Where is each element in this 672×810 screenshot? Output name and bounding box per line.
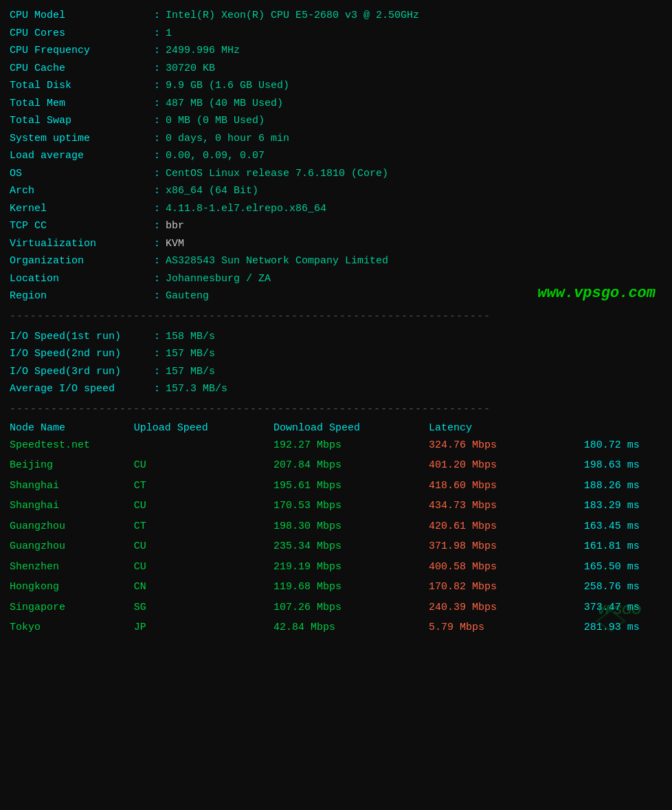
node-name: Tokyo <box>10 617 134 638</box>
download-speed: 418.60 Mbps <box>429 476 584 496</box>
tcp-row: TCP CC : bbr <box>10 217 662 235</box>
io-avg-value: 157.3 MB/s <box>166 380 227 398</box>
upload-speed: 107.26 Mbps <box>273 598 429 618</box>
os-value: CentOS Linux release 7.6.1810 (Core) <box>166 165 388 183</box>
io-run2-label: I/O Speed(2nd run) <box>10 345 154 363</box>
io-avg-label: Average I/O speed <box>10 380 154 398</box>
node-tag: CU <box>134 557 273 578</box>
latency: 161.81 ms <box>584 536 662 557</box>
divider-2: ----------------------------------------… <box>10 404 662 415</box>
cpu-cores-row: CPU Cores : 1 <box>10 25 662 43</box>
node-tag: CT <box>134 476 273 496</box>
load-label: Load average <box>10 147 154 165</box>
cpu-cache-label: CPU Cache <box>10 60 154 78</box>
node-tag: JP <box>134 617 273 638</box>
tcp-label: TCP CC <box>10 217 154 235</box>
total-mem-row: Total Mem : 487 MB (40 MB Used) <box>10 95 662 113</box>
org-value: AS328543 Sun Network Company Limited <box>166 252 388 270</box>
io-section: I/O Speed(1st run) : 158 MB/s I/O Speed(… <box>10 328 662 398</box>
node-name: Beijing <box>10 455 134 476</box>
latency: 183.29 ms <box>584 496 662 516</box>
node-tag: SG <box>134 598 273 618</box>
cpu-model-value: Intel(R) Xeon(R) CPU E5-2680 v3 @ 2.50GH… <box>166 7 419 25</box>
table-row: BeijingCU207.84 Mbps401.20 Mbps198.63 ms <box>10 455 662 476</box>
table-row: TokyoJP42.84 Mbps5.79 Mbps281.93 ms <box>10 617 662 638</box>
tcp-value: bbr <box>166 217 184 235</box>
node-name: Guangzhou <box>10 516 134 537</box>
network-table-header: Node Name Upload Speed Download Speed La… <box>10 421 662 435</box>
cpu-cache-value: 30720 KB <box>166 60 215 78</box>
node-name: Shenzhen <box>10 557 134 578</box>
col-download-speed: Download Speed <box>273 421 429 435</box>
arch-label: Arch <box>10 182 154 200</box>
node-tag: CT <box>134 516 273 537</box>
node-tag: CU <box>134 536 273 557</box>
col-latency: Latency <box>429 421 584 435</box>
cpu-model-label: CPU Model <box>10 7 154 25</box>
virt-label: Virtualization <box>10 235 154 253</box>
watermark2: VPSGO <box>594 593 656 638</box>
col-node-name: Node Name <box>10 421 134 435</box>
node-name: Speedtest.net <box>10 435 134 456</box>
total-disk-value: 9.9 GB (1.6 GB Used) <box>166 77 289 95</box>
download-speed: 240.39 Mbps <box>429 598 584 618</box>
table-row: Speedtest.net192.27 Mbps324.76 Mbps180.7… <box>10 435 662 456</box>
table-row: GuangzhouCU235.34 Mbps371.98 Mbps161.81 … <box>10 536 662 557</box>
io-run3-value: 157 MB/s <box>166 363 215 381</box>
cpu-freq-row: CPU Frequency : 2499.996 MHz <box>10 42 662 60</box>
region-row: Region : Gauteng www.vpsgo.com <box>10 287 662 305</box>
cpu-cores-value: 1 <box>166 25 172 43</box>
latency: 198.63 ms <box>584 455 662 476</box>
upload-speed: 219.19 Mbps <box>273 557 429 578</box>
download-speed: 371.98 Mbps <box>429 536 584 557</box>
table-row: ShanghaiCT195.61 Mbps418.60 Mbps188.26 m… <box>10 476 662 496</box>
arch-value: x86_64 (64 Bit) <box>166 182 258 200</box>
download-speed: 5.79 Mbps <box>429 617 584 638</box>
cpu-model-row: CPU Model : Intel(R) Xeon(R) CPU E5-2680… <box>10 7 662 25</box>
node-tag: CU <box>134 496 273 516</box>
network-section: Node Name Upload Speed Download Speed La… <box>10 421 662 638</box>
upload-speed: 207.84 Mbps <box>273 455 429 476</box>
table-row: ShanghaiCU170.53 Mbps434.73 Mbps183.29 m… <box>10 496 662 516</box>
virt-value: KVM <box>166 235 184 253</box>
cpu-cores-label: CPU Cores <box>10 25 154 43</box>
total-swap-row: Total Swap : 0 MB (0 MB Used) <box>10 112 662 130</box>
total-disk-label: Total Disk <box>10 77 154 95</box>
load-value: 0.00, 0.09, 0.07 <box>166 147 265 165</box>
upload-speed: 170.53 Mbps <box>273 496 429 516</box>
download-speed: 400.58 Mbps <box>429 557 584 578</box>
org-label: Organization <box>10 252 154 270</box>
location-label: Location <box>10 270 154 288</box>
latency: 165.50 ms <box>584 557 662 578</box>
total-mem-value: 487 MB (40 MB Used) <box>166 95 283 113</box>
total-swap-value: 0 MB (0 MB Used) <box>166 112 265 130</box>
uptime-value: 0 days, 0 hour 6 min <box>166 130 289 148</box>
io-run3-label: I/O Speed(3rd run) <box>10 363 154 381</box>
uptime-row: System uptime : 0 days, 0 hour 6 min <box>10 130 662 148</box>
cpu-cache-row: CPU Cache : 30720 KB <box>10 60 662 78</box>
arch-row: Arch : x86_64 (64 Bit) <box>10 182 662 200</box>
node-name: Shanghai <box>10 476 134 496</box>
divider-1: ----------------------------------------… <box>10 311 662 322</box>
os-label: OS <box>10 165 154 183</box>
kernel-label: Kernel <box>10 200 154 218</box>
kernel-value: 4.11.8-1.el7.elrepo.x86_64 <box>166 200 326 218</box>
upload-speed: 192.27 Mbps <box>273 435 429 456</box>
node-tag: CU <box>134 455 273 476</box>
os-row: OS : CentOS Linux release 7.6.1810 (Core… <box>10 165 662 183</box>
org-row: Organization : AS328543 Sun Network Comp… <box>10 252 662 270</box>
svg-text:VPSGO: VPSGO <box>597 603 641 617</box>
table-row: SingaporeSG107.26 Mbps240.39 Mbps373.47 … <box>10 598 662 618</box>
table-row: HongkongCN119.68 Mbps170.82 Mbps258.76 m… <box>10 577 662 598</box>
upload-speed: 235.34 Mbps <box>273 536 429 557</box>
download-speed: 420.61 Mbps <box>429 516 584 537</box>
upload-speed: 198.30 Mbps <box>273 516 429 537</box>
uptime-label: System uptime <box>10 130 154 148</box>
latency: 163.45 ms <box>584 516 662 537</box>
node-tag: CN <box>134 577 273 598</box>
upload-speed: 119.68 Mbps <box>273 577 429 598</box>
watermark: www.vpsgo.com <box>537 281 656 306</box>
latency: 180.72 ms <box>584 435 662 456</box>
system-info: CPU Model : Intel(R) Xeon(R) CPU E5-2680… <box>10 7 662 305</box>
load-row: Load average : 0.00, 0.09, 0.07 <box>10 147 662 165</box>
